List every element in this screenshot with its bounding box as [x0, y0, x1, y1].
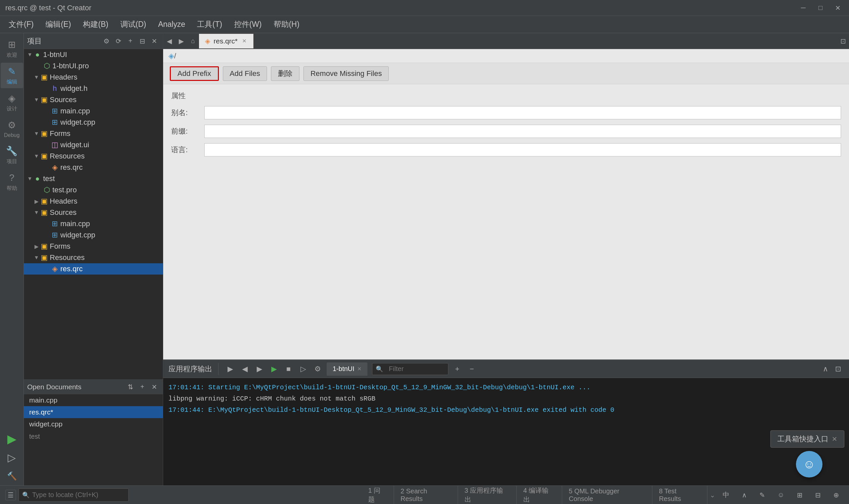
output-stop-icon[interactable]: ■: [283, 363, 294, 375]
tree-item-resources-1[interactable]: ▼ ▣ Resources: [24, 150, 163, 162]
tree-item-test-pro[interactable]: ⬡ test.pro: [24, 184, 163, 196]
open-docs-sort-button[interactable]: ⇅: [125, 382, 136, 392]
output-split-icon[interactable]: ⊡: [832, 363, 844, 375]
sidebar-item-welcome[interactable]: ⊞ 欢迎: [1, 36, 23, 61]
output-step-icon[interactable]: ▷: [297, 363, 309, 375]
menu-controls[interactable]: 控件(W): [228, 17, 268, 32]
prop-input-prefix[interactable]: [204, 125, 841, 138]
run-button[interactable]: ▶: [3, 430, 21, 448]
prop-input-language[interactable]: [204, 143, 841, 157]
output-run-icon[interactable]: ▶: [224, 363, 236, 375]
sidebar-item-design[interactable]: ◈ 设计: [1, 90, 23, 115]
tree-item-sources-1[interactable]: ▼ ▣ Sources: [24, 94, 163, 105]
menu-help[interactable]: 帮助(H): [268, 17, 305, 32]
tab-split-button[interactable]: ⊡: [837, 35, 849, 47]
tab-nav-forward[interactable]: ▶: [175, 35, 187, 47]
add-file-button[interactable]: +: [125, 36, 136, 47]
doc-item-widget-cpp[interactable]: widget.cpp: [24, 418, 163, 430]
sidebar-item-edit[interactable]: ✎ 编辑: [1, 63, 23, 88]
output-up-icon[interactable]: ∧: [820, 363, 831, 375]
sidebar-item-debug[interactable]: ⚙ Debug: [1, 116, 23, 141]
delete-button[interactable]: 删除: [271, 66, 300, 81]
tree-item-headers-1[interactable]: ▼ ▣ Headers: [24, 72, 163, 83]
statusbar-toggle-button[interactable]: ☰: [5, 490, 16, 500]
output-filter-input[interactable]: [385, 363, 445, 375]
statusbar-up-icon[interactable]: ∧: [737, 486, 752, 504]
statusbar-lang-icon[interactable]: 中: [718, 486, 734, 504]
build-button[interactable]: 🔨: [3, 467, 21, 485]
search-input[interactable]: [32, 491, 125, 499]
tree-item-widget-ui[interactable]: ◫ widget.ui: [24, 139, 163, 150]
prop-input-alias[interactable]: [204, 106, 841, 119]
menu-edit[interactable]: 编辑(E): [39, 17, 77, 32]
output-next-icon[interactable]: ▶: [254, 363, 265, 375]
chat-icon-button[interactable]: ☺: [796, 451, 823, 478]
tree-item-res-qrc-2[interactable]: ◈ res.qrc: [24, 263, 163, 274]
output-prev-icon[interactable]: ◀: [239, 363, 250, 375]
tree-item-widget-cpp-2[interactable]: ⊞ widget.cpp: [24, 230, 163, 241]
statusbar-grid-icon[interactable]: ⊞: [792, 486, 807, 504]
tree-item-main-cpp-1[interactable]: ⊞ main.cpp: [24, 105, 163, 117]
open-docs-close-button[interactable]: ✕: [149, 382, 160, 392]
doc-item-main-cpp[interactable]: main.cpp: [24, 394, 163, 406]
arrow-icon: ▼: [33, 74, 40, 80]
add-prefix-button[interactable]: Add Prefix: [170, 66, 219, 81]
arrow-icon: ▼: [33, 210, 40, 216]
doc-item-res-qrc[interactable]: res.qrc*: [24, 406, 163, 418]
status-tab-output[interactable]: 3 应用程序输出: [458, 486, 517, 504]
tree-item-main-cpp-2[interactable]: ⊞ main.cpp: [24, 218, 163, 230]
status-tab-test[interactable]: 8 Test Results: [652, 486, 707, 504]
sidebar-item-project[interactable]: 🔧 项目: [1, 142, 23, 168]
tab-nav-back[interactable]: ◀: [163, 35, 175, 47]
tree-item-test-root[interactable]: ▼ ● test: [24, 173, 163, 184]
close-tree-button[interactable]: ✕: [149, 36, 160, 47]
tab-close-button[interactable]: ✕: [241, 38, 248, 44]
bottom-search-bar[interactable]: 🔍: [19, 488, 129, 502]
menu-file[interactable]: 文件(F): [3, 17, 39, 32]
tree-item-1-btnUI-root[interactable]: ▼ ● 1-btnUI: [24, 49, 163, 60]
tree-item-1-btnUI-pro[interactable]: ⬡ 1-btnUI.pro: [24, 60, 163, 72]
remove-missing-files-button[interactable]: Remove Missing Files: [304, 66, 389, 81]
collapse-button[interactable]: ⊟: [137, 36, 148, 47]
statusbar-edit-icon[interactable]: ✎: [755, 486, 770, 504]
menu-build[interactable]: 构建(B): [77, 17, 114, 32]
menu-analyze[interactable]: Analyze: [152, 18, 191, 31]
menu-tools[interactable]: 工具(T): [191, 17, 228, 32]
output-add-icon[interactable]: +: [452, 363, 463, 375]
tab-nav-home[interactable]: ⌂: [187, 35, 199, 47]
status-tab-expand[interactable]: ⌄: [707, 486, 718, 504]
tree-item-forms-1[interactable]: ▼ ▣ Forms: [24, 128, 163, 139]
status-tab-compile[interactable]: 4 编译输出: [517, 486, 562, 504]
open-docs-add-button[interactable]: +: [137, 382, 148, 392]
maximize-button[interactable]: □: [814, 2, 827, 14]
menu-debug[interactable]: 调试(D): [114, 17, 152, 32]
tree-item-res-qrc-1[interactable]: ◈ res.qrc: [24, 162, 163, 173]
tree-item-forms-2[interactable]: ▶ ▣ Forms: [24, 241, 163, 252]
chat-close-button[interactable]: ✕: [832, 435, 837, 443]
tree-item-widget-h[interactable]: h widget.h: [24, 83, 163, 94]
output-settings-icon[interactable]: ⚙: [312, 363, 323, 375]
tree-item-sources-2[interactable]: ▼ ▣ Sources: [24, 207, 163, 218]
add-files-button[interactable]: Add Files: [223, 66, 267, 81]
statusbar-plus-icon[interactable]: ⊕: [829, 486, 844, 504]
statusbar-minus-icon[interactable]: ⊟: [811, 486, 826, 504]
statusbar-user-icon[interactable]: ☺: [773, 486, 789, 504]
run-step-button[interactable]: ▷: [3, 448, 21, 467]
editor-tab-res-qrc[interactable]: ◈ res.qrc* ✕: [199, 34, 254, 49]
sync-button[interactable]: ⟳: [113, 36, 124, 47]
filter-button[interactable]: ⚙: [101, 36, 112, 47]
tree-item-headers-2[interactable]: ▶ ▣ Headers: [24, 196, 163, 207]
output-tab-1-btnUI[interactable]: 1-btnUI ✕: [327, 362, 367, 376]
tree-item-widget-cpp-1[interactable]: ⊞ widget.cpp: [24, 117, 163, 128]
project-icon: 🔧: [6, 145, 18, 157]
tree-item-resources-2[interactable]: ▼ ▣ Resources: [24, 252, 163, 263]
close-button[interactable]: ✕: [832, 2, 844, 14]
output-tab-close[interactable]: ✕: [357, 366, 361, 372]
sidebar-item-help[interactable]: ? 帮助: [1, 169, 23, 195]
status-tab-problems[interactable]: 1 问题: [361, 486, 394, 504]
minimize-button[interactable]: ─: [797, 2, 809, 14]
output-minus-icon[interactable]: −: [466, 363, 477, 375]
status-tab-qml[interactable]: 5 QML Debugger Console: [562, 486, 652, 504]
status-tab-search[interactable]: 2 Search Results: [394, 486, 458, 504]
output-play-icon[interactable]: ▶: [268, 363, 279, 375]
